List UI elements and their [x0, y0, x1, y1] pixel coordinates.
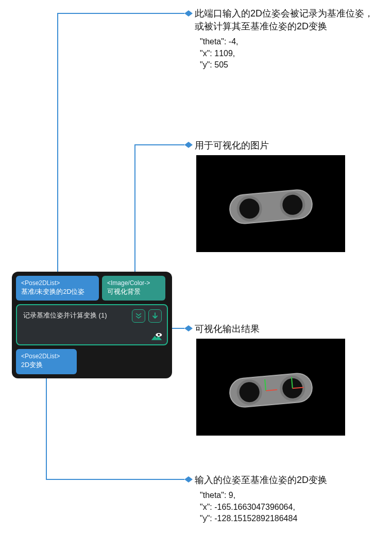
svg-marker-3: [184, 325, 193, 331]
collapse-button[interactable]: [132, 309, 145, 323]
svg-marker-2: [184, 142, 193, 148]
part-image-with-axes-icon: [196, 339, 345, 436]
visualize-output-icon[interactable]: [150, 332, 163, 341]
port-type-label: <Pose2DList>: [21, 352, 72, 361]
input-port-image[interactable]: <Image/Color-> 可视化背景: [102, 276, 165, 301]
annotation-title: 用于可视化的图片: [195, 139, 269, 152]
svg-point-10: [280, 193, 305, 218]
node-block: <Pose2DList> 基准/未变换的2D位姿 <Image/Color-> …: [12, 272, 172, 378]
arrow-down-icon: [151, 312, 159, 320]
output-port-pose2dlist[interactable]: <Pose2DList> 2D变换: [16, 349, 77, 374]
annotation-code: "theta": -4, "x": 1109, "y": 505: [195, 36, 376, 71]
annotation-title: 输入的位姿至基准位姿的2D变换: [195, 474, 380, 487]
annotation-output-pose: 输入的位姿至基准位姿的2D变换 "theta": 9, "x": -165.16…: [195, 474, 380, 524]
annotation-title: 可视化输出结果: [195, 323, 260, 336]
svg-point-13: [237, 380, 262, 405]
annotation-input-pose: 此端口输入的2D位姿会被记录为基准位姿，或被计算其至基准位姿的2D变换 "the…: [195, 7, 376, 71]
annotation-output-image-preview: [196, 339, 345, 436]
annotation-image-preview: [196, 155, 345, 252]
port-label: 基准/未变换的2D位姿: [21, 288, 94, 297]
part-image-icon: [196, 155, 345, 252]
svg-marker-4: [184, 476, 193, 483]
svg-point-9: [237, 196, 262, 221]
annotation-output-visual: 可视化输出结果: [195, 323, 260, 336]
annotation-code: "theta": 9, "x": -165.1663047396064, "y"…: [195, 490, 380, 524]
port-label: 可视化背景: [107, 288, 160, 297]
port-type-label: <Pose2DList>: [21, 279, 94, 288]
download-button[interactable]: [148, 309, 162, 323]
svg-point-6: [158, 334, 160, 336]
input-port-pose2dlist[interactable]: <Pose2DList> 基准/未变换的2D位姿: [16, 276, 99, 301]
svg-marker-0: [184, 10, 193, 16]
node-body: 记录基准位姿并计算变换 (1): [16, 304, 168, 345]
port-label: 2D变换: [21, 361, 72, 370]
node-title: 记录基准位姿并计算变换 (1): [23, 311, 107, 319]
port-type-label: <Image/Color->: [107, 279, 160, 288]
chevrons-down-icon: [134, 312, 143, 320]
annotation-input-image: 用于可视化的图片: [195, 139, 269, 152]
annotation-title: 此端口输入的2D位姿会被记录为基准位姿，或被计算其至基准位姿的2D变换: [195, 7, 376, 33]
